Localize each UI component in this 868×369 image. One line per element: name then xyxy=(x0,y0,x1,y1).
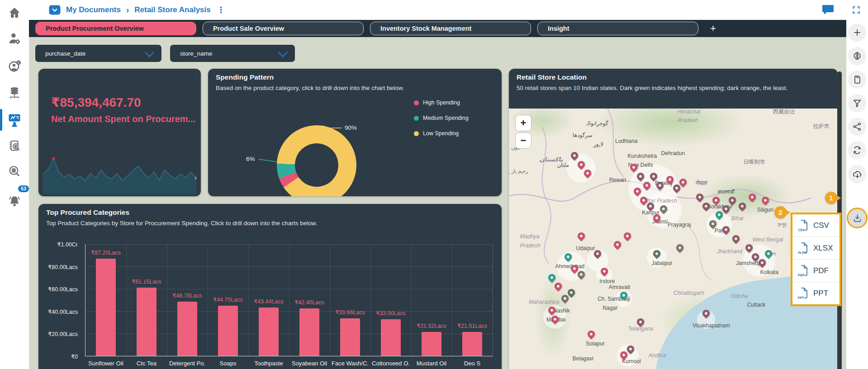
bar-soyabean-oil[interactable] xyxy=(299,308,319,356)
map-place-label: Pradesh xyxy=(520,242,541,249)
map-zoom-out-button[interactable]: − xyxy=(515,132,531,149)
svg-text:PPT: PPT xyxy=(798,296,804,299)
folder-collapse-icon[interactable] xyxy=(49,5,61,15)
bar-column-mustard-oil: ₹21.52LacsMustard Oil xyxy=(411,244,452,356)
map-place-label: Andhra xyxy=(649,352,666,359)
legend-item-medium-spending[interactable]: Medium Spending xyxy=(414,115,469,121)
tab-product-procurement-overview[interactable]: Product Procurement Overview xyxy=(35,22,196,35)
notebook-search-icon[interactable] xyxy=(0,134,29,158)
file-xlsx-icon: XLSX xyxy=(798,242,809,255)
user-settings-icon[interactable] xyxy=(0,26,29,51)
home-icon[interactable] xyxy=(0,0,29,25)
bar-column-face-wash-c: ₹33.66LacsFace Wash/C. xyxy=(330,244,371,356)
export-format-menu: CSVCSVXLSXXLSXPDFPDFPPTPPT xyxy=(791,213,841,306)
bar-face-wash-c[interactable] xyxy=(340,318,360,356)
export-pdf-option[interactable]: PDFPDF xyxy=(792,260,840,282)
spending-pattern-card: Spending Pattern Based on the product ca… xyxy=(208,69,502,196)
share-button[interactable] xyxy=(848,118,866,136)
kpi-sparkline-chart[interactable] xyxy=(43,154,196,194)
memory-card-icon xyxy=(852,75,862,85)
bar-soaps[interactable] xyxy=(218,306,238,356)
add-button[interactable] xyxy=(848,24,866,42)
legend-dot xyxy=(414,116,419,121)
kebab-menu-icon[interactable]: ⋮ xyxy=(217,5,225,15)
map-place-label: 日喀则市 xyxy=(744,158,765,166)
export-option-label: PDF xyxy=(813,266,829,275)
notifications-bell-icon[interactable]: 53 xyxy=(0,189,29,213)
tab-product-sale-overview[interactable]: Product Sale Overview xyxy=(203,22,364,35)
map-place-label: नेपाल xyxy=(695,180,707,187)
map-place-label: Nashik xyxy=(553,308,570,314)
refresh-button[interactable] xyxy=(848,141,866,159)
map-zoom-in-button[interactable]: + xyxy=(515,115,531,131)
download-icon xyxy=(852,213,863,223)
x-axis-label: Deo S xyxy=(464,360,480,367)
tab-inventory-stock-management[interactable]: Inventory Stock Management xyxy=(370,22,531,35)
chevron-down-icon xyxy=(145,47,154,57)
bar-sunflower-oil[interactable] xyxy=(96,259,116,356)
map-place-label: Maharashtra xyxy=(529,299,559,305)
map-place-label: Kolkata xyxy=(760,269,778,275)
bar-value-label: ₹87.20Lacs xyxy=(91,249,121,256)
dashboard-report-icon[interactable] xyxy=(0,108,29,132)
y-axis-tick: ₹1.00Cr xyxy=(57,241,78,248)
filter-store-name[interactable]: store_name xyxy=(170,45,295,62)
export-xlsx-option[interactable]: XLSXXLSX xyxy=(792,237,840,260)
bar-detergent-po[interactable] xyxy=(177,302,197,356)
bar-value-label: ₹44.75Lacs xyxy=(213,296,243,303)
export-csv-option[interactable]: CSVCSV xyxy=(792,214,840,237)
map-subtitle: 50 retail stores span 10 Indian states. … xyxy=(517,84,797,93)
map-place-label: 拉萨市 xyxy=(813,123,830,130)
file-csv-icon: CSV xyxy=(798,219,809,232)
legend-item-high-spending[interactable]: High Spending xyxy=(414,99,469,106)
legend-item-low-spending[interactable]: Low Spending xyxy=(414,130,469,137)
breadcrumb-separator: › xyxy=(126,5,129,15)
map-place-label: Bihar xyxy=(731,215,744,222)
x-axis-label: Soaps xyxy=(220,360,237,367)
bar-value-label: ₹33.00Lacs xyxy=(376,310,406,317)
notification-count-badge: 53 xyxy=(18,185,29,192)
filter-purchase-date[interactable]: purchase_date xyxy=(35,45,161,62)
bar-toothpaste[interactable] xyxy=(259,308,279,356)
map-place-label: काठमाडौं xyxy=(718,189,735,195)
leaflet-map[interactable]: + − Leaflet | OpenStreetMap گوجرانوالہسر… xyxy=(509,109,838,369)
download-button[interactable] xyxy=(848,209,866,227)
bar-value-label: ₹33.66Lacs xyxy=(335,309,365,316)
spending-donut-chart[interactable] xyxy=(277,125,356,196)
fullscreen-icon[interactable] xyxy=(852,5,861,14)
bar-ctc-tea[interactable] xyxy=(137,288,157,356)
map-place-label: West Bengal xyxy=(752,237,783,243)
tab-insight[interactable]: Insight xyxy=(537,22,698,35)
cloud-download-button[interactable] xyxy=(848,165,866,183)
map-place-label: Madhya xyxy=(520,233,540,240)
database-network-icon[interactable] xyxy=(0,80,29,105)
bar-mustard-oil[interactable] xyxy=(422,332,441,356)
map-place-label: Belagavi xyxy=(573,355,593,362)
ai-brain-button[interactable] xyxy=(848,47,866,65)
filter-label: store_name xyxy=(180,50,212,57)
map-place-label: Kurnool xyxy=(622,358,640,364)
kpi-value: ₹85,394,467.70 xyxy=(51,95,141,110)
legend-label: High Spending xyxy=(423,99,460,106)
chat-icon[interactable] xyxy=(822,5,834,14)
map-place-label: پاکستان xyxy=(540,156,563,162)
bar-deo-s[interactable] xyxy=(462,332,482,356)
legend-label: Low Spending xyxy=(423,130,459,137)
bar-cottonseed-o[interactable] xyxy=(381,319,401,356)
export-option-label: PPT xyxy=(813,289,828,298)
cloud-download-icon xyxy=(852,169,863,180)
breadcrumb: My Documents › Retail Store Analysis ⋮ xyxy=(49,5,225,15)
add-tab-button[interactable]: + xyxy=(710,23,716,34)
map-place-label: Amravati xyxy=(609,284,630,290)
user-info-icon[interactable]: i xyxy=(0,54,29,79)
memory-card-button[interactable] xyxy=(848,71,866,89)
map-place-label: Siliguri xyxy=(757,207,773,213)
breadcrumb-current[interactable]: Retail Store Analysis xyxy=(134,5,211,14)
export-ppt-option[interactable]: PPTPPT xyxy=(792,282,840,304)
breadcrumb-root[interactable]: My Documents xyxy=(66,5,121,14)
svg-text:XLSX: XLSX xyxy=(798,251,806,254)
filter-button[interactable] xyxy=(848,94,866,112)
svg-text:CSV: CSV xyxy=(798,228,805,232)
data-search-icon[interactable] xyxy=(0,159,29,184)
file-ppt-icon: PPT xyxy=(798,287,809,300)
